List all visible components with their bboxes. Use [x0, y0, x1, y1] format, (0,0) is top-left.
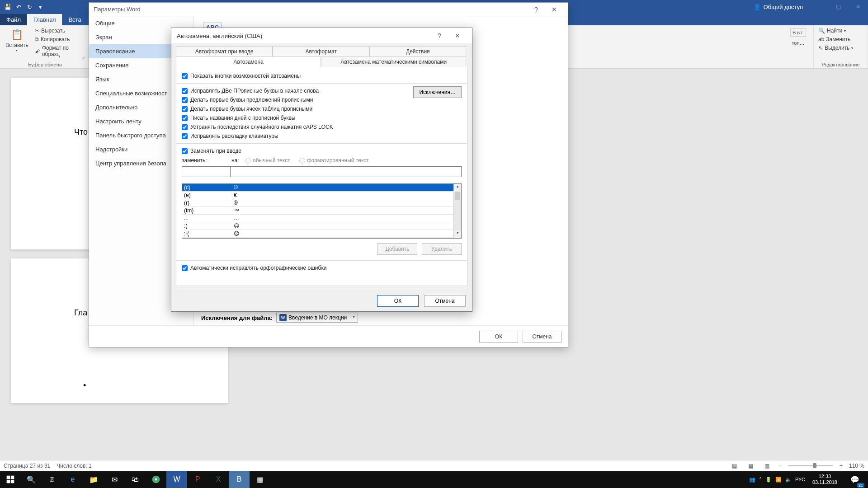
replace-on-type-checkbox[interactable] — [182, 148, 188, 154]
format-painter-button[interactable]: 🖌Формат по образц — [33, 44, 87, 58]
svg-rect-1 — [11, 476, 14, 479]
list-row[interactable]: :(☹ — [182, 222, 453, 230]
clock[interactable]: 12:33 03.11.2018 — [809, 474, 841, 485]
tray-expand-icon[interactable]: ˄ — [759, 477, 762, 483]
search-icon: 🔍 — [818, 28, 825, 34]
editing-group-label: Редактирование — [816, 61, 865, 68]
powerpoint-app-icon[interactable]: P — [187, 471, 208, 488]
list-row[interactable]: ...… — [182, 215, 453, 222]
edge-icon[interactable]: e — [62, 471, 83, 488]
web-layout-icon[interactable]: ▥ — [762, 462, 772, 470]
plain-text-radio — [245, 158, 251, 164]
auto-spell-checkbox[interactable] — [182, 265, 188, 271]
list-row[interactable]: :-(☹ — [182, 230, 453, 238]
tab-home[interactable]: Главная — [27, 14, 62, 25]
with-input[interactable] — [231, 166, 462, 177]
options-close-icon[interactable]: ✕ — [545, 6, 563, 13]
mail-icon[interactable]: ✉ — [104, 471, 125, 488]
redo-icon[interactable]: ↻ — [24, 2, 34, 12]
replace-input[interactable] — [182, 166, 231, 177]
ac-tab[interactable]: Автоформат — [273, 46, 369, 56]
tab-insert[interactable]: Вста — [62, 14, 87, 25]
save-icon[interactable]: 💾 — [3, 2, 13, 12]
ac-ok-button[interactable]: ОК — [377, 295, 419, 307]
list-scrollbar[interactable]: ▴ ▾ — [453, 184, 461, 238]
people-icon[interactable]: 👥 — [749, 477, 755, 483]
group-expand-icon[interactable]: ⤢ — [82, 56, 85, 60]
list-row[interactable]: (tm)™ — [182, 207, 453, 215]
select-button[interactable]: ↖Выделить▾ — [816, 44, 855, 52]
share-label: Общий доступ — [764, 4, 803, 10]
word-app-icon[interactable]: W — [166, 471, 187, 488]
option-checkbox[interactable] — [182, 124, 188, 130]
print-layout-icon[interactable]: ▦ — [746, 462, 756, 470]
find-button[interactable]: 🔍Найти▾ — [816, 27, 855, 35]
volume-icon[interactable]: 🔈 — [785, 477, 792, 483]
scroll-up-icon[interactable]: ▴ — [454, 184, 461, 192]
replace-button[interactable]: abЗаменить — [816, 35, 855, 43]
ac-tabs-row1: Автоформат при вводеАвтоформатДействия — [171, 43, 472, 56]
delete-button: Удалить — [422, 243, 462, 255]
excel-app-icon[interactable]: X — [208, 471, 229, 488]
cut-button[interactable]: ✂Вырезать — [33, 27, 87, 35]
ac-tab[interactable]: Автозамена математическими символами — [321, 56, 466, 67]
file-explorer-icon[interactable]: 📁 — [83, 471, 104, 488]
options-title: Параметры Word — [94, 6, 141, 13]
file-dropdown-value: Введение в МО лекции — [288, 314, 347, 321]
exceptions-button[interactable]: Исключения… — [413, 86, 462, 98]
calendar-icon[interactable]: ▦ — [250, 471, 270, 488]
options-cancel-button[interactable]: Отмена — [523, 331, 561, 343]
page-indicator[interactable]: Страница 27 из 31 — [4, 463, 50, 469]
option-checkbox[interactable] — [182, 106, 188, 112]
quick-access-toolbar: 💾 ↶ ↻ ▾ — [0, 2, 45, 12]
search-button[interactable]: 🔍 — [21, 471, 42, 488]
share-button[interactable]: 👤 Общий доступ — [748, 0, 808, 14]
scroll-thumb[interactable] — [455, 192, 460, 200]
zoom-out-button[interactable]: − — [778, 463, 782, 469]
notifications-icon[interactable]: 💬 — [844, 471, 865, 488]
list-row[interactable]: (r)® — [182, 199, 453, 207]
status-bar: Страница 27 из 31 Число слов: 1 ▤ ▦ ▥ − … — [0, 460, 868, 471]
file-exceptions-dropdown[interactable]: W Введение в МО лекции — [276, 313, 358, 323]
read-mode-icon[interactable]: ▤ — [730, 462, 740, 470]
tab-file[interactable]: Файл — [0, 14, 27, 25]
wifi-icon[interactable]: 📶 — [775, 477, 782, 483]
scroll-down-icon[interactable]: ▾ — [454, 230, 461, 238]
battery-icon[interactable]: 🔋 — [765, 477, 772, 483]
qat-dropdown-icon[interactable]: ▾ — [35, 2, 45, 12]
ac-close-icon[interactable]: ✕ — [448, 32, 467, 39]
vk-app-icon[interactable]: В — [229, 471, 250, 488]
copy-button[interactable]: ⧉Копировать — [33, 35, 87, 43]
ac-cancel-button[interactable]: Отмена — [424, 295, 466, 307]
zoom-level[interactable]: 110 % — [849, 463, 864, 469]
brush-icon: 🖌 — [35, 48, 40, 54]
ac-tab[interactable]: Автоформат при вводе — [176, 46, 273, 56]
ac-tabs-row2: АвтозаменаАвтозамена математическими сим… — [171, 56, 472, 67]
list-row[interactable]: (e)€ — [182, 192, 453, 199]
option-label: Устранять последствия случайного нажатия… — [190, 124, 333, 130]
zoom-in-button[interactable]: + — [840, 463, 843, 469]
store-icon[interactable]: 🛍 — [125, 471, 146, 488]
option-checkbox[interactable] — [182, 133, 188, 139]
option-checkbox[interactable] — [182, 88, 188, 94]
close-icon[interactable]: ✕ — [848, 0, 868, 14]
options-ok-button[interactable]: ОК — [479, 331, 518, 343]
language-indicator[interactable]: РУС — [795, 477, 805, 482]
ac-tab[interactable]: Автозамена — [176, 56, 321, 67]
list-row[interactable]: (c)© — [182, 184, 453, 192]
show-options-checkbox[interactable] — [182, 73, 188, 79]
paste-button[interactable]: 📋 Вставить ▾ — [3, 27, 31, 53]
option-checkbox[interactable] — [182, 115, 188, 121]
zoom-slider[interactable] — [788, 465, 833, 466]
ac-tab[interactable]: Действия — [369, 46, 466, 56]
start-button[interactable] — [0, 471, 21, 488]
ac-help-icon[interactable]: ? — [430, 32, 448, 39]
chrome-icon[interactable] — [146, 471, 166, 488]
options-help-icon[interactable]: ? — [527, 6, 545, 13]
undo-icon[interactable]: ↶ — [14, 2, 24, 12]
minimize-icon[interactable]: — — [808, 0, 828, 14]
word-count[interactable]: Число слов: 1 — [57, 463, 91, 469]
task-view-button[interactable]: ⎚ — [42, 471, 62, 488]
maximize-icon[interactable]: ▢ — [828, 0, 848, 14]
option-checkbox[interactable] — [182, 97, 188, 103]
